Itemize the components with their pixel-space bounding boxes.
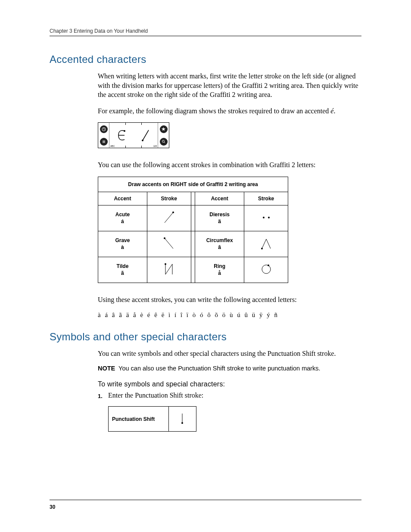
step-1-number: 1.	[98, 393, 103, 399]
accent-ring: Ringå	[195, 257, 244, 283]
section-title-symbols: Symbols and other special characters	[50, 331, 361, 343]
svg-point-13	[263, 217, 265, 218]
find-icon	[160, 138, 168, 146]
abc-label: ABC	[110, 145, 115, 147]
svg-point-18	[165, 263, 166, 265]
svg-point-19	[262, 265, 271, 274]
stroke-tilde	[147, 257, 191, 283]
acute-stroke-icon	[139, 127, 152, 144]
svg-point-9	[162, 140, 164, 142]
accent-circumflex: Circumflexâ	[195, 231, 244, 257]
page-number: 30	[50, 504, 55, 510]
note-body: You can also use the Punctuation Shift s…	[118, 365, 321, 372]
svg-line-10	[164, 142, 165, 143]
accent-acute: Acuteá	[98, 205, 147, 231]
table-title: Draw accents on RIGHT side of Graffiti 2…	[98, 177, 288, 192]
svg-point-8	[142, 140, 143, 141]
accent-tilde: Tildeã	[98, 257, 147, 283]
punctuation-shift-table: Punctuation Shift	[108, 406, 196, 432]
stroke-ring	[244, 257, 288, 283]
stroke-dieresis	[244, 205, 288, 231]
symbols-para1: You can write symbols and other special …	[98, 349, 361, 358]
punct-shift-stroke	[168, 407, 196, 432]
paragraph-4: Using these accent strokes, you can writ…	[98, 295, 361, 305]
paragraph-3: You can use the following accent strokes…	[98, 160, 361, 170]
col-stroke-1: Stroke	[147, 192, 191, 205]
page-header: Chapter 3 Entering Data on Your Handheld	[50, 28, 361, 36]
accented-letters-list: à á â ã ä å è é ê ë ì í î ï ò ó ô õ ö ù …	[98, 311, 361, 319]
page-footer: 30	[50, 500, 361, 510]
stroke-grave	[147, 231, 191, 257]
stroke-acute	[147, 205, 191, 231]
step-1-text: Enter the Punctuation Shift stroke:	[108, 392, 203, 399]
stroke-circumflex	[244, 231, 288, 257]
para2-prefix: For example, the following diagram shows…	[98, 107, 330, 115]
clock-icon	[100, 125, 108, 133]
svg-point-12	[172, 212, 174, 213]
para2-suffix: .	[333, 107, 335, 115]
svg-point-17	[261, 248, 263, 249]
e-stroke-icon	[115, 127, 128, 144]
punct-shift-label: Punctuation Shift	[109, 407, 169, 432]
section-title-accented: Accented characters	[50, 53, 361, 65]
accent-grave: Graveà	[98, 231, 147, 257]
123-label: 123	[153, 145, 157, 147]
star-icon: ★	[160, 125, 168, 133]
svg-point-14	[268, 217, 270, 218]
instruction-title: To write symbols and special characters:	[98, 380, 361, 388]
col-accent-2: Accent	[195, 192, 244, 205]
svg-point-20	[268, 264, 269, 266]
note: NOTE You can also use the Punctuation Sh…	[98, 365, 361, 372]
svg-point-6	[124, 130, 125, 132]
svg-line-15	[165, 238, 173, 249]
svg-point-16	[164, 237, 165, 239]
paragraph-1: When writing letters with accent marks, …	[98, 72, 361, 100]
menu-icon	[100, 138, 108, 146]
graffiti-diagram: ABC 123 ★	[98, 122, 169, 148]
svg-line-11	[165, 212, 173, 223]
chapter-title: Chapter 3 Entering Data on Your Handheld	[50, 28, 361, 34]
accent-dieresis: Dieresisä	[195, 205, 244, 231]
paragraph-2: For example, the following diagram shows…	[98, 106, 361, 116]
step-1: 1. Enter the Punctuation Shift stroke:	[98, 392, 361, 399]
col-accent-1: Accent	[98, 192, 147, 205]
accent-strokes-table: Draw accents on RIGHT side of Graffiti 2…	[98, 177, 288, 283]
svg-point-22	[181, 422, 183, 424]
svg-line-7	[143, 130, 149, 140]
col-stroke-2: Stroke	[244, 192, 288, 205]
note-label: NOTE	[98, 365, 115, 372]
